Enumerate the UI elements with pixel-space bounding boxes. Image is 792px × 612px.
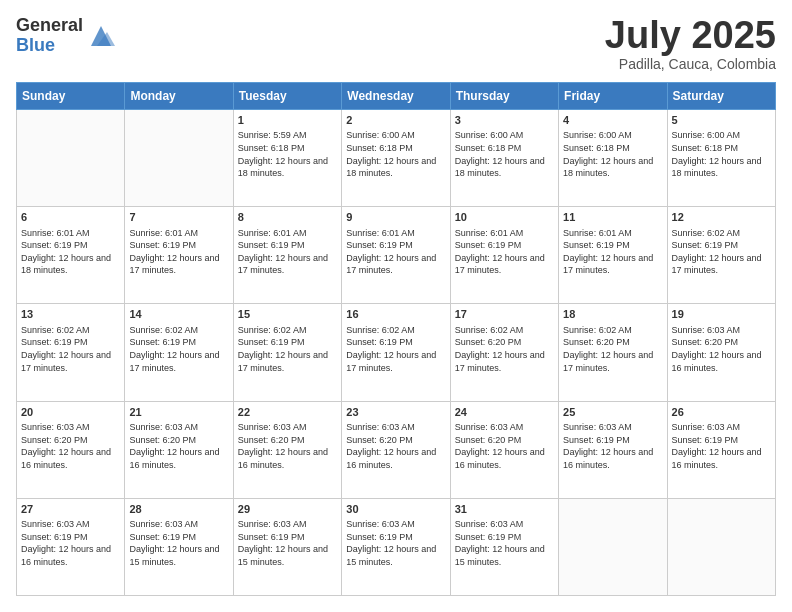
cell-date: 31	[455, 502, 554, 517]
day-cell: 29Sunrise: 6:03 AMSunset: 6:19 PMDayligh…	[233, 498, 341, 595]
day-cell: 23Sunrise: 6:03 AMSunset: 6:20 PMDayligh…	[342, 401, 450, 498]
logo-text: General Blue	[16, 16, 83, 56]
day-cell: 19Sunrise: 6:03 AMSunset: 6:20 PMDayligh…	[667, 304, 775, 401]
cell-date: 29	[238, 502, 337, 517]
day-cell: 7Sunrise: 6:01 AMSunset: 6:19 PMDaylight…	[125, 207, 233, 304]
day-cell: 9Sunrise: 6:01 AMSunset: 6:19 PMDaylight…	[342, 207, 450, 304]
cell-date: 13	[21, 307, 120, 322]
day-cell: 8Sunrise: 6:01 AMSunset: 6:19 PMDaylight…	[233, 207, 341, 304]
cell-date: 2	[346, 113, 445, 128]
calendar-row-2: 13Sunrise: 6:02 AMSunset: 6:19 PMDayligh…	[17, 304, 776, 401]
calendar-row-4: 27Sunrise: 6:03 AMSunset: 6:19 PMDayligh…	[17, 498, 776, 595]
day-header-saturday: Saturday	[667, 83, 775, 110]
cell-date: 26	[672, 405, 771, 420]
day-header-wednesday: Wednesday	[342, 83, 450, 110]
cell-date: 30	[346, 502, 445, 517]
day-cell: 22Sunrise: 6:03 AMSunset: 6:20 PMDayligh…	[233, 401, 341, 498]
day-cell: 21Sunrise: 6:03 AMSunset: 6:20 PMDayligh…	[125, 401, 233, 498]
day-cell: 14Sunrise: 6:02 AMSunset: 6:19 PMDayligh…	[125, 304, 233, 401]
cell-date: 19	[672, 307, 771, 322]
cell-date: 17	[455, 307, 554, 322]
cell-date: 16	[346, 307, 445, 322]
cell-date: 20	[21, 405, 120, 420]
calendar-table: SundayMondayTuesdayWednesdayThursdayFrid…	[16, 82, 776, 596]
day-cell: 28Sunrise: 6:03 AMSunset: 6:19 PMDayligh…	[125, 498, 233, 595]
cell-date: 9	[346, 210, 445, 225]
cell-date: 14	[129, 307, 228, 322]
day-header-friday: Friday	[559, 83, 667, 110]
cell-date: 4	[563, 113, 662, 128]
cell-date: 21	[129, 405, 228, 420]
day-cell	[559, 498, 667, 595]
cell-date: 8	[238, 210, 337, 225]
day-cell: 4Sunrise: 6:00 AMSunset: 6:18 PMDaylight…	[559, 110, 667, 207]
day-header-tuesday: Tuesday	[233, 83, 341, 110]
calendar-header-row: SundayMondayTuesdayWednesdayThursdayFrid…	[17, 83, 776, 110]
cell-date: 6	[21, 210, 120, 225]
day-cell: 25Sunrise: 6:03 AMSunset: 6:19 PMDayligh…	[559, 401, 667, 498]
day-cell: 3Sunrise: 6:00 AMSunset: 6:18 PMDaylight…	[450, 110, 558, 207]
cell-date: 12	[672, 210, 771, 225]
day-cell: 24Sunrise: 6:03 AMSunset: 6:20 PMDayligh…	[450, 401, 558, 498]
calendar-row-0: 1Sunrise: 5:59 AMSunset: 6:18 PMDaylight…	[17, 110, 776, 207]
cell-date: 5	[672, 113, 771, 128]
day-cell: 2Sunrise: 6:00 AMSunset: 6:18 PMDaylight…	[342, 110, 450, 207]
cell-date: 23	[346, 405, 445, 420]
cell-date: 28	[129, 502, 228, 517]
cell-date: 10	[455, 210, 554, 225]
day-cell: 13Sunrise: 6:02 AMSunset: 6:19 PMDayligh…	[17, 304, 125, 401]
day-header-monday: Monday	[125, 83, 233, 110]
logo-icon	[87, 22, 115, 50]
day-cell: 20Sunrise: 6:03 AMSunset: 6:20 PMDayligh…	[17, 401, 125, 498]
cell-date: 11	[563, 210, 662, 225]
calendar-row-3: 20Sunrise: 6:03 AMSunset: 6:20 PMDayligh…	[17, 401, 776, 498]
day-cell: 10Sunrise: 6:01 AMSunset: 6:19 PMDayligh…	[450, 207, 558, 304]
month-title: July 2025	[605, 16, 776, 54]
cell-date: 18	[563, 307, 662, 322]
day-cell: 18Sunrise: 6:02 AMSunset: 6:20 PMDayligh…	[559, 304, 667, 401]
logo: General Blue	[16, 16, 115, 56]
cell-date: 15	[238, 307, 337, 322]
calendar-row-1: 6Sunrise: 6:01 AMSunset: 6:19 PMDaylight…	[17, 207, 776, 304]
day-cell: 12Sunrise: 6:02 AMSunset: 6:19 PMDayligh…	[667, 207, 775, 304]
day-cell: 1Sunrise: 5:59 AMSunset: 6:18 PMDaylight…	[233, 110, 341, 207]
cell-date: 27	[21, 502, 120, 517]
subtitle: Padilla, Cauca, Colombia	[605, 56, 776, 72]
cell-date: 22	[238, 405, 337, 420]
day-cell: 11Sunrise: 6:01 AMSunset: 6:19 PMDayligh…	[559, 207, 667, 304]
day-cell: 15Sunrise: 6:02 AMSunset: 6:19 PMDayligh…	[233, 304, 341, 401]
title-section: July 2025 Padilla, Cauca, Colombia	[605, 16, 776, 72]
day-cell: 17Sunrise: 6:02 AMSunset: 6:20 PMDayligh…	[450, 304, 558, 401]
logo-general: General	[16, 16, 83, 36]
day-cell: 30Sunrise: 6:03 AMSunset: 6:19 PMDayligh…	[342, 498, 450, 595]
day-cell: 16Sunrise: 6:02 AMSunset: 6:19 PMDayligh…	[342, 304, 450, 401]
day-cell: 31Sunrise: 6:03 AMSunset: 6:19 PMDayligh…	[450, 498, 558, 595]
cell-date: 7	[129, 210, 228, 225]
day-cell	[17, 110, 125, 207]
cell-date: 25	[563, 405, 662, 420]
cell-date: 1	[238, 113, 337, 128]
cell-date: 24	[455, 405, 554, 420]
cell-date: 3	[455, 113, 554, 128]
day-header-sunday: Sunday	[17, 83, 125, 110]
logo-blue: Blue	[16, 36, 83, 56]
day-cell	[125, 110, 233, 207]
day-cell: 6Sunrise: 6:01 AMSunset: 6:19 PMDaylight…	[17, 207, 125, 304]
day-cell	[667, 498, 775, 595]
day-header-thursday: Thursday	[450, 83, 558, 110]
day-cell: 26Sunrise: 6:03 AMSunset: 6:19 PMDayligh…	[667, 401, 775, 498]
day-cell: 27Sunrise: 6:03 AMSunset: 6:19 PMDayligh…	[17, 498, 125, 595]
day-cell: 5Sunrise: 6:00 AMSunset: 6:18 PMDaylight…	[667, 110, 775, 207]
page: General Blue July 2025 Padilla, Cauca, C…	[0, 0, 792, 612]
header: General Blue July 2025 Padilla, Cauca, C…	[16, 16, 776, 72]
